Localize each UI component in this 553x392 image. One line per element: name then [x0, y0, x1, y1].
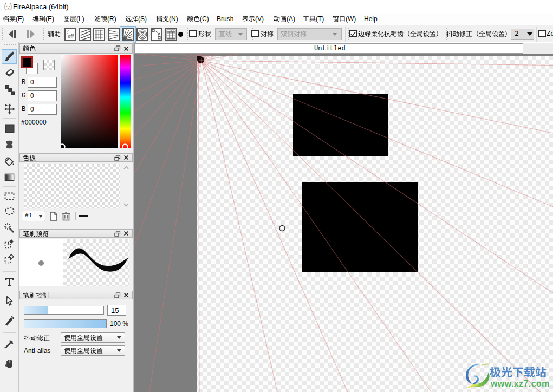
- svg-text:off: off: [68, 34, 74, 40]
